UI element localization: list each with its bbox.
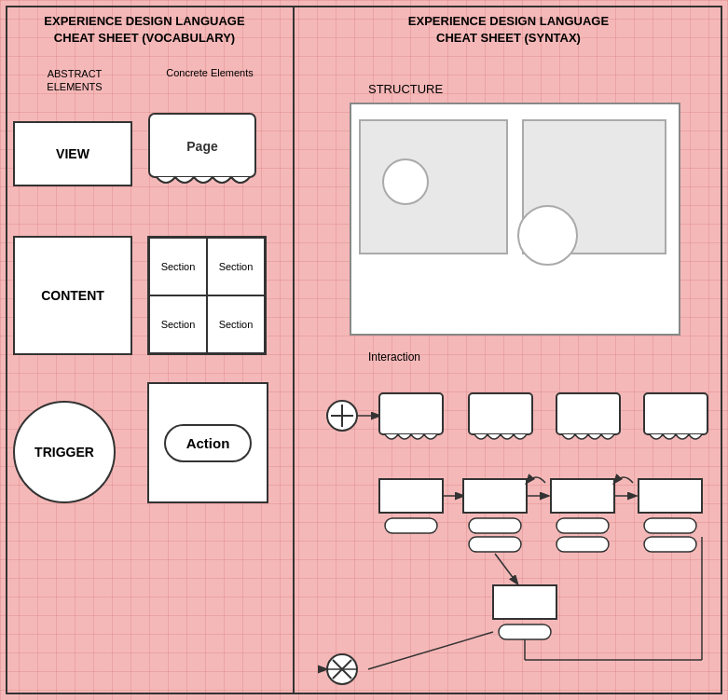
section-cell-1: Section — [149, 238, 207, 295]
view-label: VIEW — [56, 146, 89, 161]
interaction-diagram — [312, 371, 722, 688]
section-cell-2: Section — [207, 238, 265, 295]
svg-rect-15 — [469, 537, 521, 552]
svg-rect-13 — [463, 479, 527, 513]
trigger-circle: TRIGGER — [13, 401, 116, 503]
svg-rect-7 — [469, 393, 532, 434]
section-label-3: Section — [161, 319, 196, 330]
action-pill: Action — [164, 424, 253, 462]
svg-rect-24 — [493, 585, 556, 619]
title-right-line2: CHEAT SHEET (SYNTAX) — [295, 30, 722, 47]
section-label-2: Section — [219, 261, 254, 272]
svg-rect-21 — [639, 479, 702, 513]
page-shape: Page — [147, 112, 257, 196]
section-cell-3: Section — [149, 295, 207, 353]
svg-line-26 — [495, 554, 517, 583]
section-label-4: Section — [219, 319, 254, 330]
svg-rect-22 — [644, 518, 696, 533]
trigger-label: TRIGGER — [34, 445, 94, 460]
action-box: Action — [147, 382, 268, 503]
svg-rect-10 — [379, 479, 443, 513]
sections-grid: Section Section Section Section — [147, 236, 267, 355]
svg-rect-11 — [385, 518, 437, 533]
col-abstract-label: ABSTRACT ELEMENTS — [19, 67, 130, 94]
svg-rect-18 — [556, 518, 609, 533]
title-right: EXPERIENCE DESIGN LANGUAGE CHEAT SHEET (… — [295, 13, 722, 47]
structure-inner-left — [359, 119, 508, 254]
structure-circle-big — [517, 205, 578, 266]
section-cell-4: Section — [207, 295, 265, 353]
svg-rect-6 — [379, 393, 443, 434]
svg-rect-25 — [499, 625, 551, 639]
svg-rect-9 — [644, 393, 707, 434]
svg-rect-8 — [556, 393, 620, 434]
view-box: VIEW — [13, 121, 132, 186]
svg-rect-23 — [644, 537, 696, 552]
svg-rect-14 — [469, 518, 521, 533]
content-box: CONTENT — [13, 236, 132, 355]
structure-circle-small — [382, 158, 429, 205]
svg-rect-17 — [551, 479, 614, 513]
svg-rect-19 — [556, 537, 609, 552]
action-label: Action — [186, 435, 230, 451]
title-left-line1: EXPERIENCE DESIGN LANGUAGE — [0, 13, 289, 30]
title-left-line2: CHEAT SHEET (VOCABULARY) — [0, 30, 289, 47]
structure-label: STRUCTURE — [368, 82, 443, 96]
svg-text:Page: Page — [186, 139, 218, 154]
svg-line-35 — [368, 632, 493, 669]
title-left: EXPERIENCE DESIGN LANGUAGE CHEAT SHEET (… — [0, 13, 289, 47]
content-label: CONTENT — [41, 288, 104, 303]
title-right-line1: EXPERIENCE DESIGN LANGUAGE — [295, 13, 722, 30]
interaction-label: Interaction — [368, 350, 420, 364]
section-label-1: Section — [161, 261, 196, 272]
col-concrete-label: Concrete Elements — [154, 67, 266, 78]
